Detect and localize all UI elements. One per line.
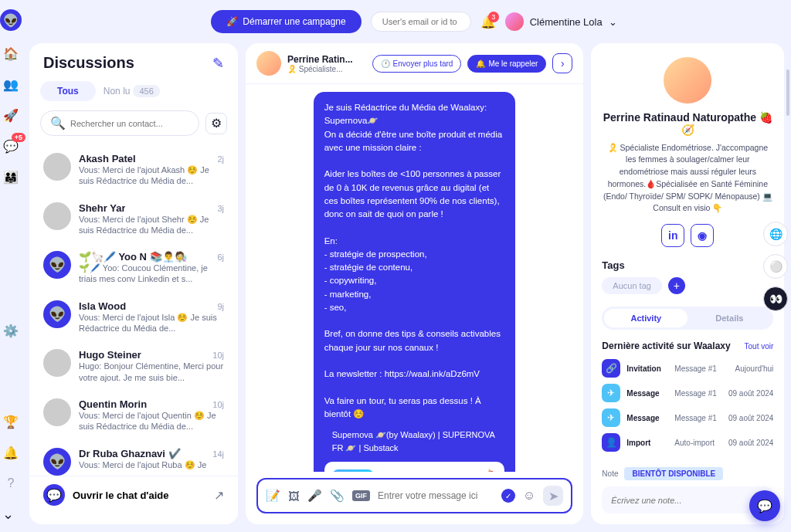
- assistant-button[interactable]: 👀: [763, 286, 788, 311]
- tab-unread[interactable]: Non lu456: [104, 85, 160, 97]
- note-label: Note: [602, 469, 618, 478]
- instagram-icon[interactable]: ◉: [691, 224, 714, 247]
- nav-collapse-icon[interactable]: ⌄: [2, 506, 19, 523]
- conv-time: 10j: [212, 400, 224, 409]
- profile-panel: Perrine Ratinaud Naturopathe 🍓🧭 🎗️ Spéci…: [591, 43, 784, 524]
- image-icon[interactable]: 🖼: [288, 490, 300, 503]
- widget-button[interactable]: ⚪: [763, 254, 788, 279]
- nav-bell-icon[interactable]: 🔔: [2, 444, 19, 461]
- conv-name: Isla Wood: [79, 300, 126, 312]
- conversation-item[interactable]: Quentin Morin10j Vous: Merci de l'ajout …: [34, 391, 233, 440]
- note-icon[interactable]: 📝: [266, 489, 280, 503]
- profile-avatar: [664, 57, 711, 103]
- conv-name: Shehr Yar: [79, 202, 125, 214]
- nav-rocket-icon[interactable]: 🚀: [2, 107, 19, 124]
- send-later-button[interactable]: 🕐 Envoyer plus tard: [372, 55, 462, 73]
- compose-icon[interactable]: ✎: [212, 55, 224, 72]
- conv-avatar: 👽: [43, 448, 71, 476]
- contact-search[interactable]: 🔍: [40, 110, 199, 136]
- conv-name: Akash Patel: [79, 153, 136, 164]
- conv-avatar: [43, 349, 71, 377]
- nav-settings-icon[interactable]: ⚙️: [2, 322, 19, 339]
- conversation-item[interactable]: Shehr Yar3j Vous: Merci de l'ajout Shehr…: [34, 195, 233, 244]
- discussions-title: Discussions: [43, 54, 134, 72]
- conv-time: 10j: [212, 351, 224, 360]
- bookmark-icon: 🔖: [487, 468, 498, 472]
- tab-details[interactable]: Details: [687, 309, 771, 327]
- contact-name: Perrine Ratin...: [287, 54, 366, 65]
- conv-time: 3j: [217, 204, 224, 213]
- contact-avatar: [256, 51, 281, 76]
- open-help-chat[interactable]: 💬 Ouvrir le chat d'aide ↗: [29, 476, 238, 513]
- tag-empty-state: Aucun tag: [602, 277, 662, 294]
- emoji-icon[interactable]: ☺: [523, 489, 535, 503]
- activity-icon: 🔗: [602, 359, 620, 378]
- search-icon: 🔍: [50, 116, 66, 130]
- coming-soon-badge: BIENTÔT DISPONIBLE: [624, 467, 723, 480]
- message-composer: 📝 🖼 🎤 📎 GIF ✓ ☺ ➤: [256, 478, 572, 513]
- activity-heading: Dernière activité sur Waalaxy: [602, 341, 730, 351]
- topbar-search-input[interactable]: [371, 12, 471, 32]
- notifications-icon[interactable]: 🔔3: [480, 15, 496, 29]
- conversation-item[interactable]: Akash Patel2j Vous: Merci de l'ajout Aka…: [34, 145, 233, 195]
- nav-home-icon[interactable]: 🏠: [2, 45, 19, 62]
- outgoing-message: Je suis Rédactrice du Média de Waalaxy: …: [314, 92, 516, 472]
- discussions-panel: Discussions ✎ Tous Non lu456 🔍 ⚙ Akash P…: [29, 43, 238, 524]
- nav-people-icon[interactable]: 👥: [2, 76, 19, 93]
- send-button[interactable]: ➤: [543, 486, 563, 506]
- contact-search-input[interactable]: [70, 119, 189, 128]
- conv-preview: Vous: Merci de l'ajout Akash ☺️ Je suis …: [79, 164, 224, 187]
- conv-avatar: [43, 202, 71, 230]
- conv-name: Hugo Steiner: [79, 349, 141, 361]
- activity-row: ✈ Message Message #1 09 août 2024: [602, 408, 773, 427]
- intercom-launcher[interactable]: 💬: [749, 490, 780, 521]
- conv-name: Quentin Morin: [79, 398, 147, 410]
- start-campaign-button[interactable]: 🚀 Démarrer une campagne: [211, 10, 361, 33]
- filter-button[interactable]: ⚙: [205, 113, 227, 134]
- app-logo[interactable]: 👽: [0, 9, 22, 31]
- expand-button[interactable]: ›: [552, 53, 572, 73]
- message-input[interactable]: [378, 490, 494, 501]
- chat-panel: Perrine Ratin... 🎗️ Spécialiste... 🕐 Env…: [246, 43, 583, 524]
- user-avatar: [505, 12, 524, 31]
- linkedin-icon[interactable]: in: [661, 224, 684, 247]
- mic-icon[interactable]: 🎤: [307, 489, 322, 503]
- conv-time: 14j: [212, 449, 224, 459]
- user-menu[interactable]: Clémentine Lola ⌄: [505, 12, 617, 31]
- conversation-list: Akash Patel2j Vous: Merci de l'ajout Aka…: [29, 145, 238, 476]
- conv-avatar: 👽: [43, 300, 71, 328]
- conv-preview: Hugo: Bonjour Clémentine, Merci pour vot…: [79, 361, 224, 383]
- check-icon[interactable]: ✓: [501, 489, 515, 503]
- nav-help-icon[interactable]: ?: [2, 475, 19, 492]
- contact-subtitle: 🎗️ Spécialiste...: [287, 65, 366, 73]
- conversation-item[interactable]: 👽 Isla Wood9j Vous: Merci de l'ajout Isl…: [34, 293, 233, 342]
- gif-button[interactable]: GIF: [352, 490, 370, 501]
- remind-me-button[interactable]: 🔔 Me le rappeler: [467, 55, 546, 73]
- conv-preview: Vous: Merci de l'ajout Shehr ☺️ Je suis …: [79, 214, 224, 236]
- tab-all[interactable]: Tous: [40, 81, 96, 101]
- conversation-item[interactable]: Hugo Steiner10j Hugo: Bonjour Clémentine…: [34, 341, 233, 391]
- nav-trophy-icon[interactable]: 🏆: [2, 413, 19, 430]
- conv-time: 2j: [217, 154, 224, 164]
- attachment-icon[interactable]: 📎: [330, 489, 345, 503]
- activity-row: 🔗 Invitation Message #1 Aujourd'hui: [602, 359, 773, 378]
- chevron-down-icon: ⌄: [609, 16, 617, 28]
- conv-time: 6j: [217, 252, 224, 262]
- nav-team-icon[interactable]: 👨‍👩‍👧: [2, 168, 19, 185]
- conversation-item[interactable]: 👽 🌱🦙🖊️ Yoo N 📚👨‍💼🧑‍🔬6j 🌱🖊️ Yoo: Coucou C…: [34, 243, 233, 293]
- note-input[interactable]: [611, 496, 754, 505]
- conv-preview: Vous: Merci de l'ajout Quentin ☺️ Je sui…: [79, 410, 224, 432]
- conv-preview: 🌱🖊️ Yoo: Coucou Clémentine, je triais me…: [79, 263, 224, 285]
- tags-heading: Tags: [602, 259, 773, 271]
- add-tag-button[interactable]: +: [668, 277, 685, 294]
- translate-button[interactable]: 🌐: [763, 222, 788, 246]
- conversation-item[interactable]: 👽 Dr Ruba Ghaznavi ✔️14j Vous: Merci de …: [34, 440, 233, 476]
- activity-icon: 👤: [602, 433, 620, 452]
- link-preview-card[interactable]: ☄️ Supernova 🪐 (by Waalaxy) Notre missio…: [324, 462, 505, 472]
- chat-bubble-icon: 💬: [43, 484, 65, 506]
- activity-row: ✈ Message Message #1 09 août 2024: [602, 384, 773, 402]
- nav-chat-icon[interactable]: 💬+5: [2, 137, 19, 154]
- see-all-link[interactable]: Tout voir: [745, 342, 774, 351]
- conv-avatar: [43, 153, 71, 181]
- tab-activity[interactable]: Activity: [604, 309, 687, 327]
